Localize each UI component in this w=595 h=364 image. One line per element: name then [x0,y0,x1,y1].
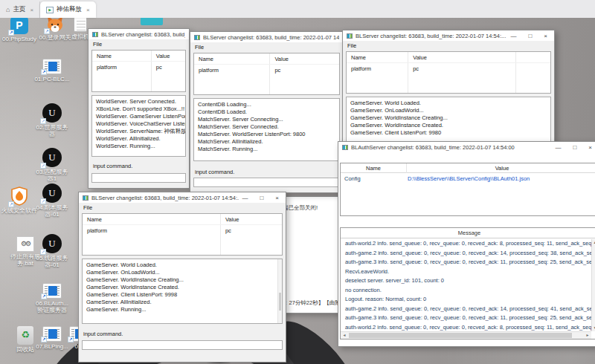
input-command-label: input command. [93,163,132,169]
log-line: GameServer. WorldInstance Creating... [350,114,550,122]
message-line: deselect server. server_id: 101, count: … [345,276,591,286]
col-name: Name [97,53,112,59]
message-header: Message [341,228,595,238]
shortcut-arrow-icon: ↗ [40,249,46,255]
kv-table: NameValue platformpc [91,50,186,92]
desktop-icon-pc-blc[interactable]: ↗ 01.PC-BLC... [31,59,73,82]
kv-table: NameValue platformpc [346,51,551,94]
fox-icon: ↗ [46,16,64,33]
title-bar[interactable]: BLAuthServer changelist: 63683, build_ti… [338,142,595,153]
message-list: auth-world.2 info. send_queue: 0, recv_q… [341,239,591,331]
log-line: XBoxLive. Don't supported XBox...!! [96,105,185,113]
maximize-button[interactable]: □ [528,33,532,39]
file-menu[interactable]: File [347,42,356,49]
input-command-label: input command. [83,331,123,337]
app-window-icon: ↗ [42,326,62,342]
log-line: GameServer. WorldInstance Created. [86,284,282,291]
close-button[interactable]: × [275,195,279,201]
close-button[interactable]: × [588,144,592,151]
shortcut-arrow-icon: ↗ [68,337,74,342]
log-line: GameServer. WorldInstance Created. [350,122,550,129]
col-name: Name [341,165,406,172]
app-window-icon: ↗ [42,283,62,299]
window-title: BLServer changelist: 63683, build_time: … [203,34,339,41]
vertical-scrollbar[interactable]: ▲ ▼ [591,239,595,331]
phpstudy-icon: P↗ [10,16,28,34]
horizontal-scrollbar[interactable]: ◄ ► [341,331,591,339]
app-icon [194,35,200,40]
title-bar[interactable]: BLServer changelist: 63683, build_time: … [343,30,554,41]
message-line: RecvLeaveWorld. [345,267,591,277]
log-line: WorldServer. Running... [96,143,185,150]
shortcut-arrow-icon: ↗ [8,30,14,36]
remote-session-icon: ▶ [46,7,54,13]
tab-shenyou[interactable]: ▶ 神佑释放 × [40,1,96,18]
table-row: Config D:\\BlessServer\\BLServer\Config\… [341,173,595,183]
window-title: BLServer changelist: 63683, build_time: … [91,195,239,201]
log-line: GameServer. OnLoadWorld... [86,269,282,276]
message-line: auth-game.3 info. send_queue: 0, recv_qu… [345,258,591,267]
log-output: GameServer. World Loaded.GameServer. OnL… [82,259,283,324]
title-bar[interactable]: BLServer changelist: 63683, build_time: … [89,29,189,39]
minimize-button[interactable]: — [510,33,516,39]
log-scrollbar[interactable] [277,259,282,323]
app-icon [347,33,353,39]
scrollbar-thumb[interactable] [279,293,281,311]
kv-table: NameValue platformpc [82,213,283,256]
message-line: auth-world.2 info. send_queue: 0, recv_q… [345,323,591,332]
scroll-down-icon[interactable]: ▼ [592,325,595,331]
desktop-icon-phpstudy[interactable]: P↗ 00.PhpStudy [0,16,39,42]
log-line: GameServer. Client ListenPort: 9980 [350,129,550,137]
tab-home[interactable]: ⌂ 主页 × [0,1,40,18]
scrollbar-thumb[interactable] [349,333,572,338]
close-button[interactable]: × [544,33,547,39]
console-status-text: 端已全部关闭! [283,204,318,212]
window-blserver-match: BLServer changelist: 63683, build_time: … [190,31,344,193]
desktop-icon-dungeon-server[interactable]: U↗ 04.副本服务 器-01 [31,183,73,218]
input-command-label: input command. [195,169,234,175]
command-input[interactable] [82,340,283,350]
message-panel: Message auth-world.2 info. send_queue: 0… [340,227,595,339]
minimize-button[interactable]: — [242,195,248,201]
table-row: platformpc [92,62,185,73]
log-line: WorldServer. VoiceChatServer ListenPor [96,120,185,128]
desktop-icon-match-server[interactable]: U↗ 03.匹配服务 器1 [31,148,73,182]
file-menu[interactable]: File [83,204,92,211]
scroll-left-icon[interactable]: ◄ [341,332,348,339]
scroll-up-icon[interactable]: ▲ [592,239,595,246]
minimize-button[interactable]: — [555,144,561,151]
message-line: auth-game.2 info. send_queue: 0, recv_qu… [345,249,591,259]
desktop-icon-world-server[interactable]: U↗ 02.世界服务 器 [31,103,73,137]
maximize-button[interactable]: □ [573,144,576,151]
file-menu[interactable]: File [195,44,204,51]
window-title: BLServer changelist: 63683, build_time: … [101,31,185,38]
log-line: ContentDB Loaded. [198,108,339,116]
tab-shenyou-label: 神佑释放 [57,5,82,14]
title-bar[interactable]: BLServer changelist: 63683, build_time: … [190,32,343,42]
window-blserver-world: BLServer changelist: 63683, build_time: … [88,28,190,189]
window-blserver-game-9998: BLServer changelist: 63683, build_time: … [78,192,286,363]
command-input[interactable] [193,178,340,187]
app-icon [83,195,89,201]
desktop-icon-blauth[interactable]: ↗ 06.BLAuth... 验证服务器 [31,283,73,313]
tab-home-close-icon[interactable]: × [30,7,33,13]
shortcut-arrow-icon: ↗ [44,28,50,34]
message-line: auth-world.2 info. send_queue: 0, recv_q… [345,239,591,249]
command-input[interactable] [91,173,186,183]
log-line: MatchServer. WorldServer ListenPort: 980… [198,131,339,138]
scroll-right-icon[interactable]: ► [584,332,591,339]
log-line: GameServer. World Loaded. [86,261,282,269]
message-line: Logout. reason: Normal, count: 0 [345,295,591,305]
app-icon [92,32,98,37]
window-blauthserver: BLAuthServer changelist: 63683, build_ti… [338,141,595,347]
table-row: platformpc [194,65,339,76]
desktop-icon-line-server[interactable]: U↗ 05.线路服务 器-01 [31,234,73,268]
unreal-icon: U↗ [42,183,62,203]
file-menu[interactable]: File [93,41,102,48]
config-path: D:\\BlessServer\\BLServer\Config\\BLAuth… [408,175,530,182]
maximize-button[interactable]: □ [260,195,263,201]
screen: ⌂ 主页 × ▶ 神佑释放 × P↗ 00.PhpStudy [0,0,595,364]
kv-table: NameValue platformpc [193,53,340,95]
tab-shenyou-close-icon[interactable]: × [86,7,90,13]
title-bar[interactable]: BLServer changelist: 63683, build_time: … [79,192,286,203]
